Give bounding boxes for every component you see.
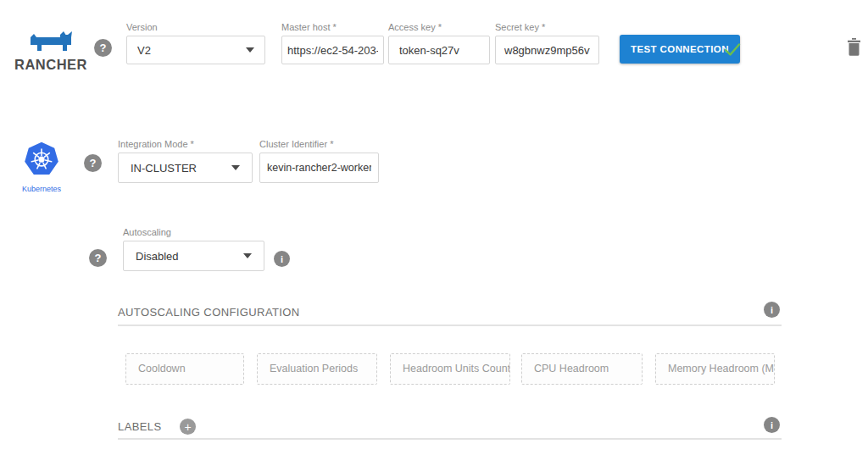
autoscaling-help-icon[interactable]: ? (89, 249, 107, 267)
chevron-down-icon (243, 253, 252, 258)
info-glyph: i (771, 420, 773, 430)
version-label: Version (126, 22, 265, 32)
integration-mode-select[interactable]: IN-CLUSTER (118, 153, 253, 183)
info-glyph: i (771, 305, 773, 315)
kubernetes-helm-icon (22, 141, 61, 180)
chevron-down-icon (231, 165, 240, 170)
plus-icon: + (184, 420, 191, 434)
kubernetes-logo-text: Kubernetes (15, 185, 68, 193)
integration-mode-label: Integration Mode * (118, 139, 253, 149)
kubernetes-logo: Kubernetes (15, 141, 68, 193)
question-glyph: ? (90, 157, 97, 169)
labels-title: LABELS (118, 420, 162, 433)
rancher-logo-text: RANCHER (10, 57, 92, 73)
section-divider (118, 325, 782, 326)
secret-key-input[interactable] (495, 36, 599, 64)
integration-mode-field: Integration Mode * IN-CLUSTER (118, 139, 253, 183)
autoscaling-info-icon[interactable]: i (274, 251, 290, 267)
autoscaling-value: Disabled (136, 250, 179, 263)
integration-mode-value: IN-CLUSTER (131, 162, 197, 175)
autoscaling-configuration-info-icon[interactable]: i (764, 302, 780, 318)
rancher-help-icon[interactable]: ? (94, 39, 112, 57)
autoscaling-configuration-title: AUTOSCALING CONFIGURATION (118, 306, 300, 319)
master-host-field: Master host * (281, 22, 384, 64)
access-key-field: Access key * (388, 22, 490, 64)
version-field: Version V2 (126, 22, 265, 64)
cluster-identifier-label: Cluster Identifier * (259, 139, 379, 149)
access-key-input[interactable] (388, 36, 490, 64)
memory-headroom-input-disabled: Memory Headroom (MiB) (655, 353, 775, 385)
question-glyph: ? (95, 252, 102, 264)
cluster-identifier-field: Cluster Identifier * (259, 139, 379, 183)
section-divider (118, 438, 782, 440)
evaluation-periods-input-disabled: Evaluation Periods (257, 353, 377, 385)
autoscaling-select[interactable]: Disabled (123, 241, 264, 271)
version-value: V2 (137, 44, 151, 57)
version-select[interactable]: V2 (126, 36, 265, 64)
labels-info-icon[interactable]: i (764, 417, 780, 433)
rancher-logo: RANCHER (10, 31, 92, 73)
chevron-down-icon (246, 47, 254, 53)
delete-trash-icon[interactable] (847, 38, 861, 56)
cpu-headroom-input-disabled: CPU Headroom (521, 353, 643, 385)
autoscaling-field: Autoscaling Disabled (123, 227, 264, 271)
connection-success-check-icon (722, 39, 743, 59)
add-label-button[interactable]: + (180, 419, 196, 435)
secret-key-field: Secret key * (495, 22, 599, 64)
cluster-identifier-input[interactable] (259, 153, 379, 183)
info-glyph: i (281, 254, 283, 264)
question-glyph: ? (100, 42, 107, 54)
kubernetes-help-icon[interactable]: ? (84, 154, 102, 172)
secret-key-label: Secret key * (495, 22, 599, 32)
cooldown-input-disabled: Cooldown (125, 353, 244, 385)
autoscaling-label: Autoscaling (123, 227, 264, 237)
master-host-input[interactable] (281, 36, 384, 64)
access-key-label: Access key * (388, 22, 490, 32)
rancher-bull-icon (29, 31, 73, 53)
master-host-label: Master host * (281, 22, 384, 32)
headroom-units-count-input-disabled: Headroom Units Count (390, 353, 510, 385)
